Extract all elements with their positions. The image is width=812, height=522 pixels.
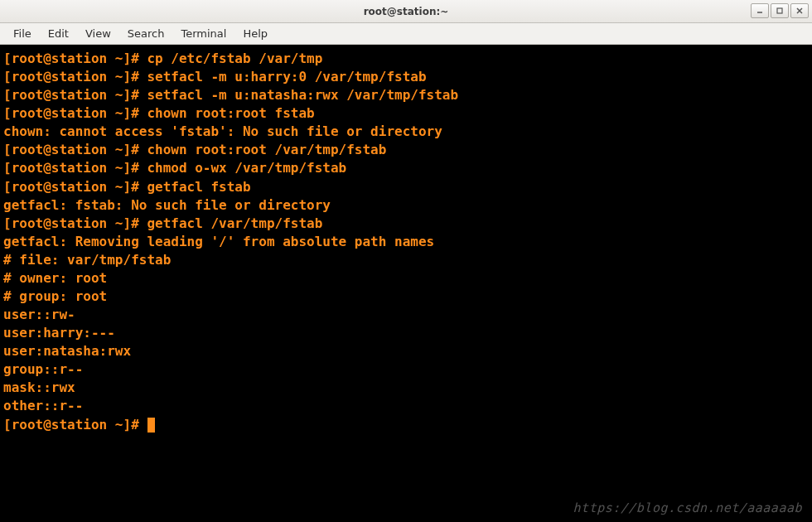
terminal-line: # file: var/tmp/fstab [3, 251, 809, 269]
terminal-line: mask::rwx [3, 379, 809, 397]
terminal-line: [root@station ~]# chown root:root fstab [3, 104, 809, 123]
terminal-line: chown: cannot access 'fstab': No such fi… [3, 123, 809, 141]
window-titlebar: root@station:~ [0, 0, 812, 23]
terminal-line: [root@station ~]# getfacl fstab [3, 178, 809, 196]
watermark-text: https://blog.csdn.net/aaaaaab [573, 500, 802, 517]
terminal-line: [root@station ~]# chmod o-wx /var/tmp/fs… [3, 159, 809, 177]
maximize-button[interactable] [771, 3, 789, 18]
svg-rect-1 [777, 8, 782, 13]
terminal-line: [root@station ~]# getfacl /var/tmp/fstab [3, 215, 809, 233]
close-button[interactable] [790, 3, 809, 18]
terminal-line: # owner: root [3, 269, 809, 288]
terminal-line: group::r-- [3, 360, 809, 379]
menu-search[interactable]: Search [119, 24, 173, 43]
terminal-line: user:natasha:rwx [3, 342, 809, 360]
maximize-icon [776, 7, 784, 15]
terminal-line: other::r-- [3, 397, 809, 415]
terminal-line: [root@station ~]# [3, 416, 809, 434]
terminal-line: user::rw- [3, 306, 809, 324]
minimize-icon [756, 7, 764, 15]
terminal-line: user:harry:--- [3, 324, 809, 342]
terminal-cursor [147, 418, 155, 433]
menu-file[interactable]: File [5, 24, 40, 43]
window-title: root@station:~ [364, 6, 449, 17]
terminal-area[interactable]: [root@station ~]# cp /etc/fstab /var/tmp… [0, 45, 812, 522]
terminal-line: getfacl: fstab: No such file or director… [3, 196, 809, 215]
terminal-line: [root@station ~]# cp /etc/fstab /var/tmp [3, 50, 809, 68]
menu-bar: File Edit View Search Terminal Help [0, 23, 812, 45]
terminal-line: getfacl: Removing leading '/' from absol… [3, 233, 809, 251]
window-controls [751, 3, 809, 18]
terminal-line: [root@station ~]# setfacl -m u:harry:0 /… [3, 68, 809, 86]
menu-terminal[interactable]: Terminal [172, 24, 234, 43]
terminal-line: [root@station ~]# chown root:root /var/t… [3, 141, 809, 159]
close-icon [795, 7, 804, 15]
minimize-button[interactable] [751, 3, 769, 18]
menu-edit[interactable]: Edit [40, 24, 77, 43]
menu-help[interactable]: Help [234, 24, 276, 43]
terminal-line: # group: root [3, 288, 809, 306]
menu-view[interactable]: View [77, 24, 119, 43]
terminal-line: [root@station ~]# setfacl -m u:natasha:r… [3, 86, 809, 104]
